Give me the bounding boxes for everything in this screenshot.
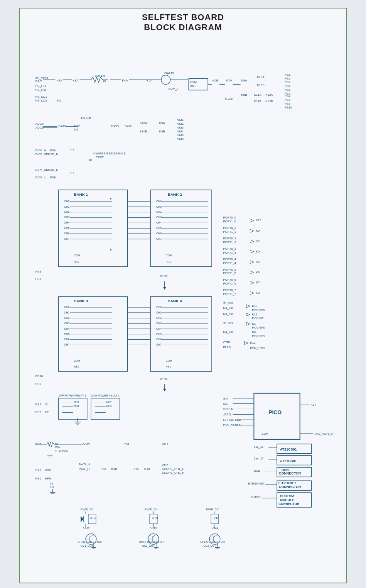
label-vm1b: VM1 (162, 442, 169, 446)
label-usb-conn2: CONNECTOR (279, 471, 301, 475)
label-ps4: PS4 (35, 468, 42, 471)
label-c1: C1 (45, 403, 49, 406)
label-k12: K12 (250, 341, 256, 344)
label-1pct: 1% (74, 128, 78, 131)
label-flag: FLAG (223, 346, 231, 349)
title-area: SELFTEST BOARD BLOCK DIAGRAM (24, 12, 342, 33)
label-ps7r: PS7 (285, 94, 291, 98)
label-4wire: 4 WIRES RESISTANCE (93, 152, 126, 155)
label-k17: K17 (310, 403, 316, 407)
b3-ch0: CH0 (64, 306, 69, 308)
label-k8a: K8A (241, 78, 248, 82)
label-bank4: BANK 4 (168, 299, 182, 303)
b1-ch2: CH2 (64, 210, 69, 213)
label-bank1-l: H (110, 248, 113, 251)
label-1wj2: 1W_J2 (254, 456, 263, 460)
label-pslo1: PS_LO1 (35, 95, 47, 98)
label-k13b: K13B (225, 97, 233, 100)
buf-k11 (246, 313, 250, 316)
b3-ch5: CH5 (64, 332, 69, 335)
label-k7a: K7A (226, 78, 233, 82)
label-spi: SPI (223, 397, 228, 400)
b1-ch1: CH1 (64, 205, 69, 208)
label-k12b: K12B (265, 100, 273, 103)
label-k9b: K9B (159, 130, 165, 133)
label-oc2-out: OC2_OUT (142, 544, 155, 547)
label-internal: INTERNAL (55, 449, 68, 452)
trans3-col (214, 534, 218, 537)
label-pslo2: PS_LO2 (35, 99, 47, 102)
label-k16a: K16A (140, 121, 147, 125)
b4-ch5: CH5 (156, 332, 162, 335)
label-port16: PORT1_6 (223, 282, 236, 285)
label-no2: NO2 (106, 405, 112, 407)
label-bank1-h: H (110, 197, 113, 200)
label-ps8l: PS8 (35, 269, 42, 273)
label-port04: PORT0_4 (223, 258, 236, 261)
label-lpr2: LOW POWER RELAY 2 (91, 394, 120, 397)
label-lpr1: LOW POWER RELAY 1 (57, 394, 86, 397)
label-i2c: I2C (223, 402, 228, 405)
label-ps3l: PS3 (35, 410, 42, 414)
b4-ch7: CH7 (156, 343, 162, 346)
label-vm1: VM1 (177, 118, 184, 122)
label-port17: PORT1_7 (223, 292, 236, 296)
label-ps10l: PS10 (35, 374, 43, 378)
label-ps9l: PS9 (35, 382, 42, 386)
b3-ch3: CH3 (64, 322, 69, 325)
buf-k7 (250, 281, 254, 284)
label-100ohm: 100 1% (95, 74, 105, 77)
label-dvmsensel: DVM_SENSE_L (35, 168, 58, 171)
label-k8: K8 (256, 270, 260, 274)
label-k8b: K8B (241, 93, 247, 97)
label-bank1: BANK 1 (74, 192, 88, 197)
b4-ch2: CH2 (156, 317, 162, 319)
label-port10: PORT1_0 (223, 220, 236, 223)
label-10k: 10k× (74, 124, 81, 127)
label-oc2: OPEN COLLECTOR (139, 541, 164, 543)
label-test: TEST (96, 156, 104, 159)
label-k11b: K11B (254, 100, 261, 103)
trans2-col (152, 534, 156, 537)
label-dvm-trig: DVM_TRIG (250, 346, 265, 350)
label-bank2-com: COM (166, 254, 172, 257)
label-port03: PORT0_3 (223, 247, 236, 251)
label-ps2l: PS2 (35, 403, 42, 406)
label-k4a: K4A (122, 78, 128, 82)
label-cmod-module: MODULE (280, 498, 294, 502)
label-k6: K6 (252, 330, 256, 333)
buf-k4 (250, 261, 254, 264)
label-at21-2: AT21CS01 (280, 459, 297, 463)
label-k14a: K14A (111, 124, 119, 127)
label-bank2: BANK 2 (168, 192, 182, 197)
label-port00: PORT0_0 (223, 216, 236, 219)
label-port01: PORT0_1 (223, 226, 236, 230)
label-dac: DAC (35, 79, 42, 83)
label-bank3-com: COM (74, 359, 80, 362)
label-k15a: K15A (125, 124, 132, 127)
label-k4: K4 (256, 260, 260, 263)
relay1-box (58, 398, 87, 419)
label-port02: PORT0_2 (223, 237, 236, 240)
label-k7: K7 (256, 281, 260, 284)
res-10w (47, 442, 54, 447)
label-10r: 10 (88, 158, 92, 162)
label-k14: K14 (90, 516, 96, 520)
arrow-down-k15b (163, 388, 166, 391)
b2-ch5: CH5 (156, 227, 162, 229)
label-port12: PORT1_2 (223, 241, 236, 244)
label-nc2: NC2 (106, 401, 112, 403)
label-port07: PORT0_7 (223, 288, 236, 292)
b2-ch0: CH0 (156, 200, 162, 202)
label-c2: C2 (45, 410, 49, 414)
buf-k5 (250, 250, 254, 253)
label-pwr5v-2: PWR_5V (145, 508, 157, 511)
label-pwr5v-3: PWR_5V (206, 508, 219, 511)
label-cmod-conn: CONNECTOR (278, 502, 299, 506)
b2-ch3: CH3 (156, 216, 162, 219)
label-k10b: K10B (257, 83, 264, 87)
label-vm6b: VM6 (162, 463, 169, 467)
b2-ch1: CH1 (156, 205, 162, 208)
label-k5a: K5A (147, 78, 153, 82)
b4-ch1: CH1 (156, 311, 162, 314)
